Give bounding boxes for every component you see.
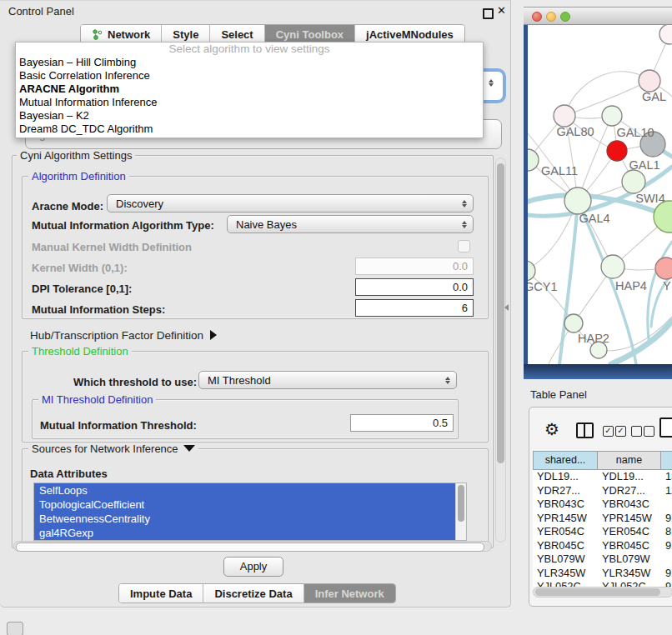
dpi-tolerance-label: DPI Tolerance [0,1]: xyxy=(32,282,132,295)
node-label: Y xyxy=(663,279,671,292)
tab-discretize-data[interactable]: Discretize Data xyxy=(203,584,303,602)
select-all-checkbox-icon[interactable]: ✓ xyxy=(603,426,614,437)
table-horizontal-scrollbar[interactable] xyxy=(533,587,672,598)
zoom-traffic-light-icon[interactable] xyxy=(560,12,570,22)
mi-steps-field[interactable]: 6 xyxy=(355,299,474,317)
data-attributes-list: SelfLoops TopologicalCoefficient Between… xyxy=(33,482,467,541)
algorithm-option[interactable]: Bayesian – K2 xyxy=(16,109,483,122)
panel-splitter-handle[interactable] xyxy=(504,304,509,311)
scrollbar-thumb[interactable] xyxy=(535,588,660,596)
table-row[interactable]: YJL052CYJL052C9 xyxy=(533,580,672,587)
node-red-selected[interactable] xyxy=(607,141,627,161)
manual-kernel-checkbox[interactable] xyxy=(458,240,470,252)
algorithm-option[interactable]: Mutual Information Inference xyxy=(16,96,483,109)
algorithm-option[interactable]: Dream8 DC_TDC Algorithm xyxy=(16,122,483,136)
deselect-checkbox-icon[interactable] xyxy=(631,426,642,437)
table-row[interactable]: YDL19...YDL19...13 xyxy=(533,470,672,484)
tab-select[interactable]: Select xyxy=(209,25,263,43)
mi-steps-label: Mutual Information Steps: xyxy=(32,303,165,316)
settings-vertical-scrollbar[interactable] xyxy=(495,158,506,542)
mi-algorithm-type-label: Mutual Information Algorithm Type: xyxy=(32,219,214,232)
mi-threshold-label: Mutual Information Threshold: xyxy=(40,419,197,432)
algorithm-option-selected[interactable]: ARACNE Algorithm xyxy=(16,82,483,96)
table-panel: ⚙ ✓ ✓ shared... name A YDL19...YDL19...1… xyxy=(529,407,672,607)
dpi-tolerance-field[interactable]: 0.0 xyxy=(355,278,474,296)
scrollbar-thumb[interactable] xyxy=(497,163,504,463)
network-window-bottom-frame xyxy=(524,364,672,379)
node-gal4[interactable] xyxy=(564,188,591,214)
which-threshold-combo[interactable]: MI Threshold xyxy=(198,371,457,389)
node-gal80[interactable] xyxy=(554,105,575,127)
which-threshold-label: Which threshold to use: xyxy=(73,376,197,388)
hub-definition-toggle[interactable]: Hub/Transcription Factor Definition xyxy=(30,329,217,342)
select-all-checkbox-icon[interactable]: ✓ xyxy=(615,426,626,437)
algorithm-dropdown-popup: Select algorithm to view settings Bayesi… xyxy=(15,42,484,138)
table-row[interactable]: YER054CYER054C8. xyxy=(533,525,672,539)
close-traffic-light-icon[interactable] xyxy=(532,12,542,22)
apply-button[interactable]: Apply xyxy=(223,557,283,577)
deselect-checkbox-icon[interactable] xyxy=(644,426,654,437)
table-row[interactable]: YBR045CYBR045C9. xyxy=(533,539,672,553)
sources-title[interactable]: Sources for Network Inference xyxy=(28,442,198,455)
cyni-settings-title: Cyni Algorithm Settings xyxy=(17,149,135,162)
node-gal2[interactable] xyxy=(639,70,660,92)
table-row[interactable]: YBL079WYBL079W xyxy=(533,552,672,567)
close-icon[interactable]: ✕ xyxy=(497,4,506,17)
node-hap2[interactable] xyxy=(564,314,583,332)
tab-jactivemnodules[interactable]: jActiveMNodules xyxy=(354,25,464,43)
table-row[interactable]: YBR043CYBR043C xyxy=(533,498,672,512)
export-table-icon[interactable] xyxy=(659,418,672,438)
tab-infer-network[interactable]: Infer Network xyxy=(303,584,395,602)
table-row[interactable]: YPR145WYPR145W9. xyxy=(533,512,672,526)
node-label: GAL10 xyxy=(616,126,654,139)
attribute-item-selected[interactable]: gal4RGexp xyxy=(34,526,461,540)
node-label: SWI4 xyxy=(635,192,664,205)
stepper-icon xyxy=(459,200,470,208)
column-header[interactable]: A xyxy=(661,451,672,470)
algorithm-option[interactable]: Basic Correlation Inference xyxy=(16,69,483,82)
node-label: GAL1 xyxy=(629,158,659,172)
attribute-item-selected[interactable]: TopologicalCoefficient xyxy=(34,498,461,512)
stepper-icon xyxy=(442,377,454,384)
settings-horizontal-scrollbar[interactable] xyxy=(13,541,492,552)
node-hap4[interactable] xyxy=(601,255,624,278)
attribute-list-scrollbar[interactable] xyxy=(455,483,466,540)
tab-cyni-toolbox[interactable]: Cyni Toolbox xyxy=(264,25,354,43)
network-graph: GAL GAL80 GAL10 GAL1 GAL11 SWI4 GAL4 GCY… xyxy=(528,25,672,364)
mi-threshold-field[interactable]: 0.5 xyxy=(350,414,454,432)
node-gal1[interactable] xyxy=(622,170,645,193)
minimize-traffic-light-icon[interactable] xyxy=(546,12,556,22)
kernel-width-label: Kernel Width (0,1): xyxy=(32,262,128,274)
node-partial-top[interactable] xyxy=(659,25,672,44)
node-salmon[interactable] xyxy=(655,258,672,279)
columns-icon[interactable] xyxy=(576,422,594,438)
table-row[interactable]: YLR345WYLR345W9. xyxy=(533,567,672,581)
node-gal10[interactable] xyxy=(602,106,622,126)
collapsed-arrow-icon xyxy=(210,330,217,340)
gear-icon[interactable]: ⚙ xyxy=(544,419,559,439)
tab-network[interactable]: Network xyxy=(81,25,161,43)
tab-style[interactable]: Style xyxy=(161,25,209,43)
algorithm-option[interactable]: Bayesian – Hill Climbing xyxy=(16,56,483,69)
manual-kernel-label: Manual Kernel Width Definition xyxy=(32,241,192,253)
table-row[interactable]: YDR27...YDR27...12 xyxy=(533,484,672,498)
network-canvas[interactable]: GAL GAL80 GAL10 GAL1 GAL11 SWI4 GAL4 GCY… xyxy=(524,25,672,364)
stepper-icon xyxy=(459,221,470,228)
attribute-item-selected[interactable]: BetweennessCentrality xyxy=(34,512,461,526)
mi-algorithm-type-combo[interactable]: Naive Bayes xyxy=(227,215,474,233)
node-label: GAL4 xyxy=(579,212,609,225)
kernel-width-field[interactable]: 0.0 xyxy=(355,258,474,275)
aracne-mode-combo[interactable]: Discovery xyxy=(107,194,474,212)
network-window-titlebar[interactable] xyxy=(524,7,672,25)
column-header[interactable]: name xyxy=(598,451,661,470)
node-label: GAL11 xyxy=(541,164,578,178)
tab-impute-data[interactable]: Impute Data xyxy=(119,584,203,602)
node-label: GCY1 xyxy=(528,280,558,293)
collapsed-panel-button[interactable] xyxy=(7,622,23,635)
float-window-icon[interactable] xyxy=(483,8,494,19)
column-header[interactable]: shared... xyxy=(533,451,598,470)
scrollbar-thumb[interactable] xyxy=(16,542,484,552)
expanded-arrow-icon xyxy=(183,445,195,452)
attribute-item-selected[interactable]: SelfLoops xyxy=(34,483,461,498)
aracne-mode-label: Aracne Mode: xyxy=(32,200,103,212)
